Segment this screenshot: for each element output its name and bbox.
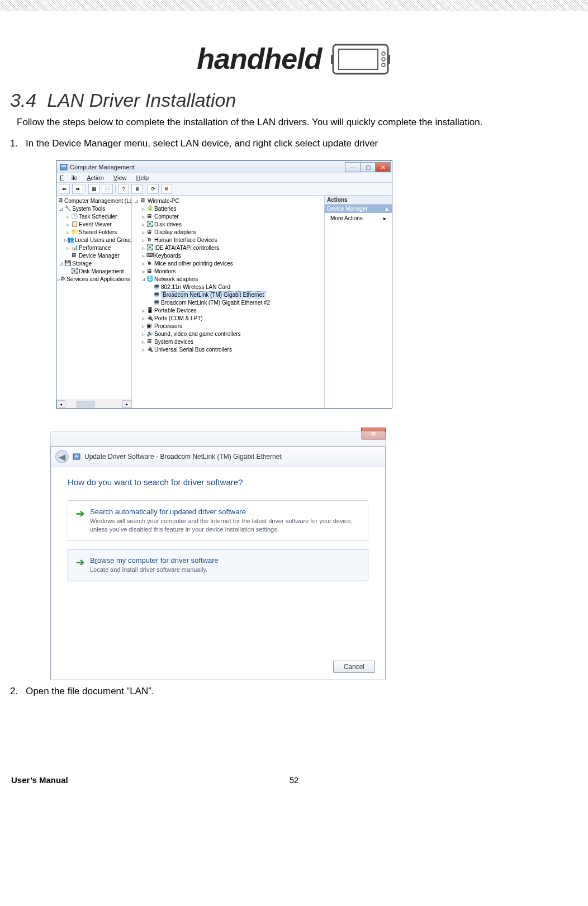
collapse-icon: ▲ — [384, 206, 390, 212]
menu-file[interactable]: File — [60, 174, 78, 181]
forward-button[interactable]: ➡ — [72, 184, 83, 194]
svg-point-4 — [382, 63, 385, 67]
chevron-right-icon: ▸ — [383, 215, 386, 221]
dm-broadcom-1[interactable]: Broadcom NetLink (TM) Gigabit Ethernet — [161, 291, 265, 298]
dm-broadcom-2[interactable]: Broadcom NetLink (TM) Gigabit Ethernet #… — [161, 300, 270, 306]
event-icon: 📋 — [71, 221, 78, 227]
dm-batteries[interactable]: Batteries — [154, 206, 176, 212]
toolbar-help-button[interactable]: ? — [118, 184, 129, 194]
keyboard-icon: ⌨ — [146, 252, 153, 259]
maximize-button[interactable]: ▢ — [360, 162, 376, 172]
option-1-title: Search automatically for updated driver … — [90, 507, 360, 516]
dm-ports[interactable]: Ports (COM & LPT) — [154, 315, 203, 321]
dm-disk-drives[interactable]: Disk drives — [154, 221, 182, 227]
brand-logo-text: handheld — [197, 42, 321, 75]
disk-icon: 💽 — [71, 268, 78, 274]
dm-monitors[interactable]: Monitors — [154, 268, 176, 274]
tree-services[interactable]: Services and Applications — [67, 276, 130, 282]
wrench-icon: 🔧 — [64, 205, 71, 212]
option-browse-computer[interactable]: ➔ Browse my computer for driver software… — [68, 549, 368, 581]
back-button[interactable]: ◀ — [55, 450, 69, 463]
step-2: 2.Open the file document “LAN”. — [10, 686, 571, 697]
dm-ide[interactable]: IDE ATA/ATAPI controllers — [154, 245, 219, 251]
cm-titlebar[interactable]: Computer Management — ▢ ✕ — [56, 161, 392, 173]
minimize-button[interactable]: — — [345, 162, 361, 172]
dm-keyboards[interactable]: Keyboards — [154, 253, 181, 259]
menu-view[interactable]: View — [113, 174, 127, 181]
folder-shared-icon: 📁 — [71, 229, 78, 235]
dm-root[interactable]: Winmate-PC — [148, 198, 179, 204]
dm-usb[interactable]: Universal Serial Bus controllers — [154, 347, 232, 353]
option-1-description: Windows will search your computer and th… — [90, 517, 360, 534]
cm-toolbar: ⬅ ➡ ▦ 📄 ? 🖥 ⟳ ✖ — [56, 183, 392, 196]
dm-wlan-card[interactable]: 802.11n Wireless LAN Card — [161, 284, 230, 290]
arrow-right-icon: ➔ — [76, 557, 84, 574]
dm-portable[interactable]: Portable Devices — [154, 307, 197, 314]
toolbar-scope-button[interactable]: ▦ — [88, 184, 99, 194]
svg-point-3 — [382, 58, 385, 61]
svg-rect-7 — [60, 164, 67, 170]
toolbar-properties-button[interactable]: 📄 — [102, 184, 113, 194]
scroll-left-button[interactable]: ◂ — [56, 400, 65, 408]
tree-shared-folders[interactable]: Shared Folders — [79, 229, 117, 235]
dialog-titlebar[interactable]: ◀ Update Driver Software - Broadcom NetL… — [51, 447, 385, 467]
sysdev-icon: 🖥 — [146, 338, 153, 345]
storage-icon: 💾 — [64, 260, 71, 267]
tree-storage[interactable]: Storage — [72, 260, 92, 267]
computer-icon: 🖥 — [140, 197, 146, 204]
tree-task-scheduler[interactable]: Task Scheduler — [79, 214, 117, 220]
tree-local-users[interactable]: Local Users and Groups — [75, 237, 132, 243]
tree-event-viewer[interactable]: Event Viewer — [79, 221, 112, 227]
tree-root[interactable]: Computer Management (Local — [64, 198, 132, 204]
cm-menubar[interactable]: File Action View Help — [56, 173, 392, 183]
svg-rect-5 — [331, 55, 333, 64]
dm-hid[interactable]: Human Interface Devices — [154, 237, 217, 243]
back-button[interactable]: ⬅ — [59, 184, 70, 194]
update-driver-icon — [72, 452, 81, 461]
scroll-right-button[interactable]: ▸ — [122, 400, 131, 408]
parent-window-ghost — [50, 431, 386, 446]
actions-more[interactable]: More Actions▸ — [325, 213, 392, 224]
dm-network-adapters[interactable]: Network adapters — [154, 276, 198, 282]
tree-system-tools[interactable]: System Tools — [72, 206, 105, 212]
dm-display[interactable]: Display adapters — [154, 229, 196, 235]
cm-scope-pane[interactable]: 🖥Computer Management (Local ⊿🔧System Too… — [56, 196, 132, 408]
tree-device-manager[interactable]: Device Manager — [79, 253, 120, 259]
intro-paragraph: Follow the steps below to complete the i… — [17, 117, 571, 128]
clock-icon: 🕒 — [71, 213, 78, 220]
option-search-automatically[interactable]: ➔ Search automatically for updated drive… — [68, 500, 368, 541]
actions-device-manager[interactable]: Device Manager▲ — [325, 205, 392, 213]
battery-icon: 🔋 — [146, 205, 153, 212]
page-top-border — [0, 0, 588, 11]
horizontal-scrollbar[interactable]: ◂ ▸ — [56, 400, 131, 408]
scroll-thumb[interactable] — [77, 401, 94, 407]
device-manager-pane[interactable]: ⊿🖥Winmate-PC ▹🔋Batteries ▹🖥Computer ▹💽Di… — [132, 196, 325, 408]
toolbar-scan-button[interactable]: 🖥 — [131, 184, 143, 194]
cancel-button[interactable]: Cancel — [333, 661, 375, 673]
dm-computer[interactable]: Computer — [154, 214, 179, 220]
dm-processors[interactable]: Processors — [154, 323, 182, 329]
mmc-icon — [60, 163, 68, 171]
option-2-description: Locate and install driver software manua… — [90, 566, 219, 574]
menu-help[interactable]: Help — [136, 174, 149, 181]
hid-icon: 🖱 — [146, 236, 153, 243]
svg-rect-6 — [388, 55, 390, 64]
dm-sound[interactable]: Sound, video and game controllers — [154, 331, 241, 337]
performance-icon: 📊 — [71, 244, 78, 251]
disk-drive-icon: 💽 — [146, 221, 153, 227]
device-illustration-icon — [330, 39, 391, 78]
dm-sysdev[interactable]: System devices — [154, 339, 193, 345]
port-icon: 🔌 — [146, 315, 153, 321]
tree-performance[interactable]: Performance — [79, 245, 111, 251]
menu-action[interactable]: Action — [87, 174, 104, 181]
toolbar-uninstall-button[interactable]: ✖ — [161, 184, 172, 194]
page-footer: User’s Manual 52 — [0, 775, 588, 796]
computer-icon: 🖥 — [146, 213, 153, 220]
tree-disk-mgmt[interactable]: Disk Management — [79, 268, 124, 274]
toolbar-update-driver-button[interactable]: ⟳ — [148, 184, 159, 194]
cm-actions-pane: Actions Device Manager▲ More Actions▸ — [325, 196, 392, 408]
close-button[interactable]: ✕ — [375, 162, 391, 172]
nic-icon: 💻 — [153, 283, 160, 290]
dm-mice[interactable]: Mice and other pointing devices — [154, 260, 233, 267]
network-icon: 🌐 — [146, 276, 153, 282]
